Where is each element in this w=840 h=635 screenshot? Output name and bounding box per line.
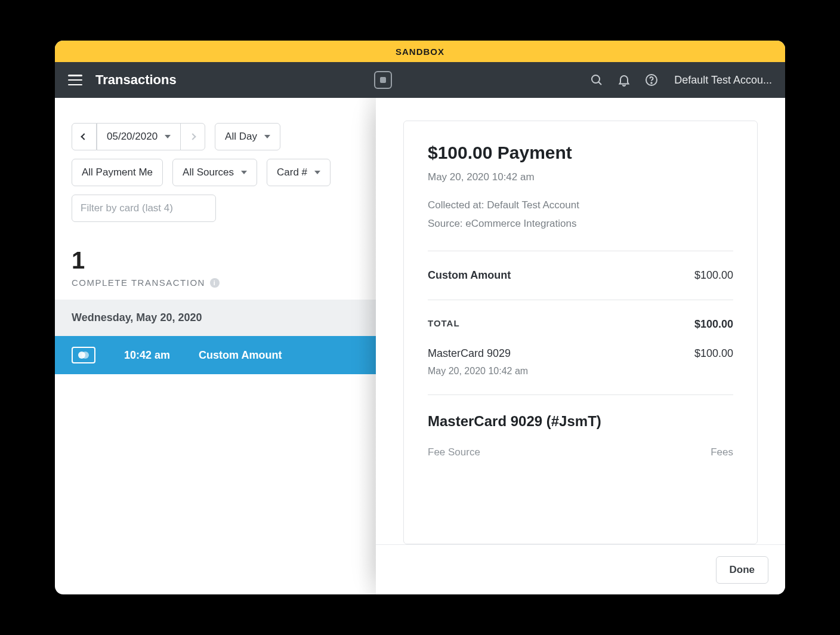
mastercard-icon — [72, 347, 95, 363]
app-window: SANDBOX Transactions — [55, 41, 785, 594]
transaction-count-label: COMPLETE TRANSACTION i — [72, 278, 359, 288]
date-segmented: 05/20/2020 — [72, 123, 205, 150]
divider — [428, 300, 733, 300]
help-icon[interactable] — [644, 73, 659, 87]
transactions-list-pane: 05/20/2020 All Day All Payment Me All So… — [55, 98, 376, 594]
bell-icon[interactable] — [617, 73, 631, 87]
tender-label: MasterCard 9029 — [428, 347, 511, 360]
item-amount: $100.00 — [694, 269, 733, 282]
day-group-header: Wednesday, May 20, 2020 — [55, 300, 376, 336]
card-section-title: MasterCard 9029 (#JsmT) — [428, 413, 733, 430]
date-next-button[interactable] — [180, 123, 205, 150]
sandbox-label: SANDBOX — [396, 47, 444, 57]
payment-meta: Collected at: Default Test Account Sourc… — [428, 196, 733, 233]
svg-point-3 — [651, 82, 652, 84]
tender-line: MasterCard 9029 $100.00 — [428, 347, 733, 360]
item-label: Custom Amount — [428, 269, 511, 282]
chevron-down-icon — [264, 135, 270, 138]
divider — [428, 394, 733, 395]
detail-card: $100.00 Payment May 20, 2020 10:42 am Co… — [403, 121, 758, 544]
transaction-detail-pane: $100.00 Payment May 20, 2020 10:42 am Co… — [376, 98, 785, 594]
total-amount: $100.00 — [694, 318, 733, 331]
page-title: Transactions — [95, 72, 177, 88]
topbar: Transactions Default Test Accou... — [55, 62, 785, 98]
chevron-down-icon — [241, 171, 247, 174]
date-value: 05/20/2020 — [107, 131, 158, 143]
sources-filter-button[interactable]: All Sources — [172, 159, 257, 186]
time-filter-label: All Day — [225, 131, 257, 143]
square-logo-icon[interactable] — [374, 71, 392, 89]
total-line: TOTAL $100.00 — [428, 318, 733, 331]
transaction-count: 1 — [72, 247, 359, 274]
card-number-label: Card # — [277, 167, 307, 178]
line-item: Custom Amount $100.00 — [428, 269, 733, 282]
menu-icon[interactable] — [68, 75, 82, 85]
payment-method-filter-button[interactable]: All Payment Me — [72, 159, 163, 186]
card-filter-input[interactable] — [72, 195, 216, 222]
filters-bar: 05/20/2020 All Day All Payment Me All So… — [55, 98, 376, 222]
chevron-down-icon — [165, 135, 171, 138]
time-filter-button[interactable]: All Day — [215, 123, 280, 150]
divider — [428, 251, 733, 251]
payment-source: Source: eCommerce Integrations — [428, 215, 733, 233]
date-prev-button[interactable] — [72, 123, 97, 150]
transaction-row[interactable]: 10:42 am Custom Amount — [55, 336, 376, 374]
total-label: TOTAL — [428, 318, 460, 331]
account-menu[interactable]: Default Test Accou... — [674, 74, 772, 87]
info-icon[interactable]: i — [210, 278, 220, 288]
collected-at: Collected at: Default Test Account — [428, 196, 733, 215]
detail-footer: Done — [376, 544, 785, 594]
summary-block: 1 COMPLETE TRANSACTION i — [55, 222, 376, 300]
fee-source-value: Fees — [711, 446, 733, 458]
svg-point-0 — [592, 75, 600, 83]
fee-row: Fee Source Fees — [428, 446, 733, 458]
chevron-down-icon — [314, 171, 320, 174]
date-picker-button[interactable]: 05/20/2020 — [97, 123, 181, 150]
detail-scroll[interactable]: $100.00 Payment May 20, 2020 10:42 am Co… — [376, 98, 785, 544]
card-number-filter-button[interactable]: Card # — [267, 159, 331, 186]
transaction-desc: Custom Amount — [199, 349, 282, 362]
payment-title: $100.00 Payment — [428, 143, 733, 163]
body: 05/20/2020 All Day All Payment Me All So… — [55, 98, 785, 594]
sandbox-banner: SANDBOX — [55, 41, 785, 62]
transaction-time: 10:42 am — [124, 349, 170, 362]
fee-source-label: Fee Source — [428, 446, 480, 458]
sources-label: All Sources — [183, 167, 234, 178]
search-icon[interactable] — [589, 73, 604, 87]
svg-line-1 — [598, 82, 601, 85]
payment-method-label: All Payment Me — [82, 167, 153, 178]
done-button[interactable]: Done — [716, 556, 769, 584]
tender-time: May 20, 2020 10:42 am — [428, 366, 733, 377]
payment-timestamp: May 20, 2020 10:42 am — [428, 171, 733, 183]
tender-amount: $100.00 — [694, 347, 733, 360]
